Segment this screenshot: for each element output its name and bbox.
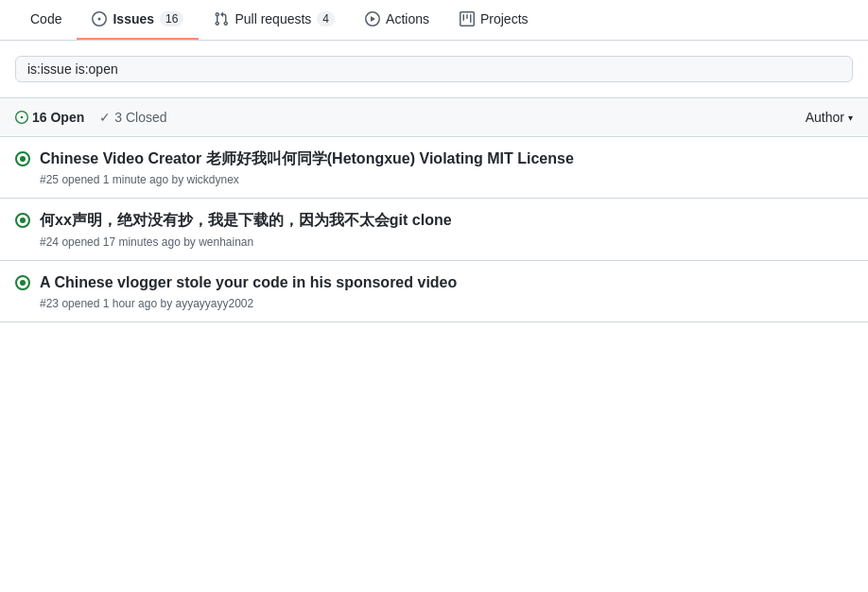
issue-item-24: 何xx声明，绝对没有抄，我是下载的，因为我不太会git clone #24 op…	[0, 199, 868, 260]
issue-content-25: Chinese Video Creator 老师好我叫何同学(Hetongxue…	[40, 148, 853, 186]
nav-label-code: Code	[30, 11, 61, 26]
nav-item-pull-requests[interactable]: Pull requests 4	[199, 0, 350, 40]
search-container	[0, 41, 868, 98]
issue-author-23[interactable]: ayyayyayy2002	[175, 297, 253, 310]
issue-opened-23: opened 1 hour ago by	[61, 297, 175, 310]
issue-number-24: #24	[40, 235, 59, 249]
filter-right: Author ▾	[806, 110, 853, 125]
issue-meta-23: #23 opened 1 hour ago by ayyayyayy2002	[40, 297, 853, 310]
issue-author-25[interactable]: wickdynex	[186, 173, 238, 186]
nav-label-actions: Actions	[386, 11, 429, 26]
issue-content-24: 何xx声明，绝对没有抄，我是下载的，因为我不太会git clone #24 op…	[40, 210, 853, 248]
nav-item-code[interactable]: Code	[15, 0, 77, 40]
issue-content-23: A Chinese vlogger stole your code in his…	[40, 272, 853, 310]
checkmark-icon: ✓	[99, 110, 111, 125]
issue-title-25[interactable]: Chinese Video Creator 老师好我叫何同学(Hetongxue…	[40, 148, 853, 169]
issue-item-23: A Chinese vlogger stole your code in his…	[0, 261, 868, 322]
nav-item-issues[interactable]: Issues 16	[77, 0, 199, 40]
issue-number-23: #23	[40, 297, 59, 310]
issue-title-24[interactable]: 何xx声明，绝对没有抄，我是下载的，因为我不太会git clone	[40, 210, 853, 231]
issues-badge: 16	[160, 11, 183, 26]
search-input[interactable]	[15, 56, 853, 82]
issues-icon	[92, 11, 107, 26]
projects-icon	[460, 11, 475, 26]
pr-badge: 4	[317, 11, 335, 26]
filter-bar: 16 Open ✓ 3 Closed Author ▾	[0, 98, 868, 137]
nav-item-actions[interactable]: Actions	[350, 0, 444, 40]
filter-left: 16 Open ✓ 3 Closed	[15, 110, 167, 125]
chevron-down-icon: ▾	[848, 113, 853, 123]
open-issues-filter[interactable]: 16 Open	[15, 110, 84, 125]
actions-icon	[365, 11, 380, 26]
issue-title-23[interactable]: A Chinese vlogger stole your code in his…	[40, 272, 853, 293]
open-count-label: 16 Open	[32, 110, 84, 125]
closed-count-label: 3 Closed	[114, 110, 166, 125]
issue-item-25: Chinese Video Creator 老师好我叫何同学(Hetongxue…	[0, 137, 868, 199]
pr-icon	[214, 11, 229, 26]
closed-issues-filter[interactable]: ✓ 3 Closed	[99, 110, 166, 125]
issue-open-icon-23	[15, 275, 30, 290]
nav-label-pr: Pull requests	[234, 11, 311, 26]
issue-author-24[interactable]: wenhainan	[199, 235, 253, 249]
nav-item-projects[interactable]: Projects	[444, 0, 544, 40]
nav-label-issues: Issues	[113, 11, 154, 26]
issue-number-25: #25	[40, 173, 59, 186]
issue-opened-25: opened 1 minute ago by	[61, 173, 186, 186]
issue-open-icon-25	[15, 151, 30, 166]
repository-nav: Code Issues 16 Pull requests 4 Actions	[0, 0, 868, 41]
issues-list: Chinese Video Creator 老师好我叫何同学(Hetongxue…	[0, 137, 868, 322]
author-sort-button[interactable]: Author ▾	[806, 110, 853, 125]
author-sort-label: Author	[806, 110, 844, 125]
issue-open-icon-24	[15, 213, 30, 228]
issue-meta-25: #25 opened 1 minute ago by wickdynex	[40, 173, 853, 186]
open-issue-icon	[15, 111, 28, 124]
nav-label-projects: Projects	[480, 11, 529, 26]
issue-meta-24: #24 opened 17 minutes ago by wenhainan	[40, 235, 853, 249]
issue-opened-24: opened 17 minutes ago by	[61, 235, 199, 249]
